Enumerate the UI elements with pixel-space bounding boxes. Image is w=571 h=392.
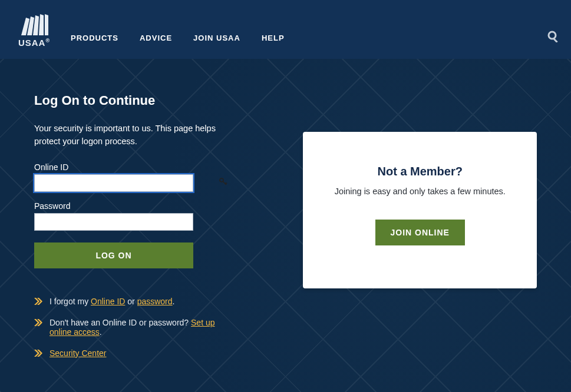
join-online-button[interactable]: JOIN ONLINE: [375, 220, 465, 245]
online-id-input[interactable]: [34, 174, 193, 192]
chevron-right-icon: [34, 297, 42, 305]
nav-help[interactable]: HELP: [262, 34, 285, 42]
main-content: Log On to Continue Your security is impo…: [0, 59, 571, 392]
nav-join-usaa[interactable]: JOIN USAA: [193, 34, 240, 42]
svg-marker-3: [39, 14, 44, 35]
logon-button[interactable]: LOG ON: [34, 242, 193, 268]
setup-text: Don't have an Online ID or password? Set…: [49, 318, 232, 337]
card-text: Joining is easy and only takes a few min…: [322, 187, 518, 196]
forgot-text: I forgot my Online ID or password.: [49, 297, 174, 306]
brand-name: USAA®: [18, 38, 50, 48]
primary-nav: PRODUCTS ADVICE JOIN USAA HELP: [71, 34, 285, 42]
nav-advice[interactable]: ADVICE: [140, 34, 172, 42]
search-icon[interactable]: [547, 31, 559, 45]
forgot-row: I forgot my Online ID or password.: [34, 297, 232, 306]
security-center-link[interactable]: Security Center: [49, 348, 106, 358]
brand-logo[interactable]: USAA®: [18, 12, 51, 48]
chevron-right-icon: [34, 318, 42, 327]
nav-products[interactable]: PRODUCTS: [71, 34, 118, 42]
password-label: Password: [34, 201, 232, 211]
svg-point-5: [549, 32, 556, 39]
security-center-row: Security Center: [34, 348, 232, 358]
header-bar: USAA® PRODUCTS ADVICE JOIN USAA HELP: [0, 0, 571, 59]
page-subtitle: Your security is important to us. This p…: [34, 122, 223, 148]
password-input[interactable]: [34, 213, 193, 231]
forgot-password-link[interactable]: password: [137, 297, 173, 306]
login-panel: Log On to Continue Your security is impo…: [34, 82, 232, 370]
key-icon: [219, 178, 227, 188]
svg-point-7: [220, 178, 223, 182]
svg-marker-4: [45, 14, 48, 35]
forgot-online-id-link[interactable]: Online ID: [91, 297, 125, 306]
svg-rect-6: [553, 38, 558, 42]
setup-row: Don't have an Online ID or password? Set…: [34, 318, 232, 337]
online-id-label: Online ID: [34, 162, 232, 172]
page-title: Log On to Continue: [34, 93, 232, 108]
chevron-right-icon: [34, 349, 42, 357]
not-member-card: Not a Member? Joining is easy and only t…: [303, 132, 537, 288]
eagle-logo-icon: [18, 12, 51, 36]
card-title: Not a Member?: [322, 165, 518, 178]
